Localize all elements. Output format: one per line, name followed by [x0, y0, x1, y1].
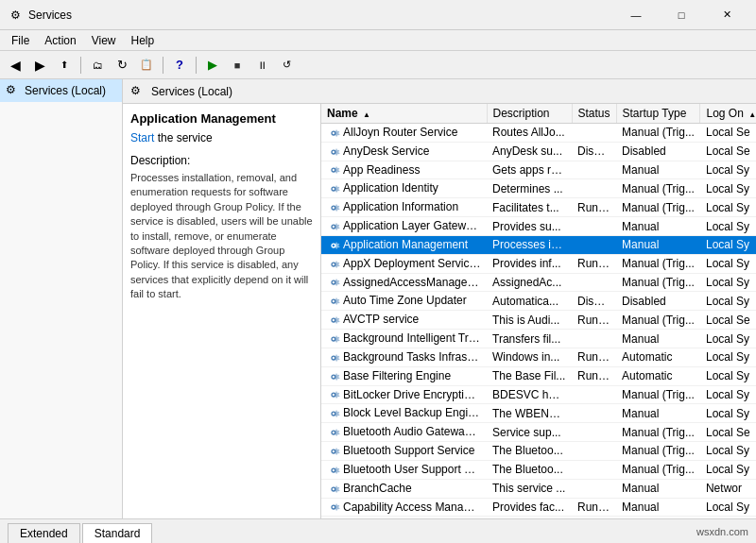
menu-action[interactable]: Action	[37, 32, 83, 49]
table-row[interactable]: Capability Access Manager ...Provides fa…	[321, 498, 756, 517]
table-row[interactable]: Application ManagementProcesses in...Man…	[321, 235, 756, 254]
table-row[interactable]: Background Intelligent Tran...Transfers …	[321, 330, 756, 348]
table-row[interactable]: Bluetooth Audio Gateway S...Service sup.…	[321, 423, 756, 442]
table-row[interactable]: BranchCacheThis service ...ManualNetwor	[321, 479, 756, 498]
cell-logon: Local Sy	[700, 292, 756, 311]
cell-description: Provides inf...	[487, 254, 572, 273]
cell-logon: Local Sy	[700, 404, 756, 423]
cell-service-name: Application Identity	[321, 179, 487, 198]
help-button[interactable]: ?	[168, 55, 191, 76]
col-header-status[interactable]: Status	[572, 104, 616, 124]
menu-bar: File Action View Help	[0, 30, 756, 51]
cell-startup-type: Manual	[616, 479, 700, 498]
bottom-bar: Extended Standard wsxdn.com	[0, 518, 756, 543]
col-header-logon[interactable]: Log On ▲	[700, 104, 756, 124]
maximize-button[interactable]: □	[660, 0, 703, 30]
tab-extended[interactable]: Extended	[8, 523, 80, 543]
cell-service-name: BitLocker Drive Encryption ...	[321, 385, 487, 404]
refresh-button[interactable]: ↻	[111, 55, 133, 76]
cell-startup-type: Manual	[616, 498, 700, 517]
menu-view[interactable]: View	[84, 32, 124, 49]
content-area: ⚙ Services (Local) Application Managemen…	[123, 79, 756, 518]
cell-service-name: Application Layer Gateway ...	[321, 217, 487, 236]
cell-startup-type: Manual (Trig...	[616, 460, 700, 479]
restart-button[interactable]: ↺	[275, 55, 298, 76]
table-row[interactable]: AnyDesk ServiceAnyDesk su...DisabledDisa…	[321, 142, 756, 161]
table-row[interactable]: Bluetooth User Support Ser...The Bluetoo…	[321, 460, 756, 479]
table-row[interactable]: Application Layer Gateway ...Provides su…	[321, 217, 756, 236]
table-row[interactable]: Bluetooth Support ServiceThe Bluetoo...M…	[321, 442, 756, 461]
table-row[interactable]: Application InformationFacilitates t...R…	[321, 198, 756, 217]
close-button[interactable]: ✕	[705, 0, 748, 30]
cell-service-name: BranchCache	[321, 479, 487, 498]
tab-standard[interactable]: Standard	[82, 523, 153, 543]
export-button[interactable]: 📋	[135, 55, 158, 76]
table-row[interactable]: BitLocker Drive Encryption ...BDESVC hos…	[321, 385, 756, 404]
col-header-startup[interactable]: Startup Type	[616, 104, 700, 124]
cell-status: Running	[572, 311, 616, 330]
start-service-link[interactable]: Start	[130, 131, 154, 144]
cell-service-name: Application Management	[321, 235, 487, 254]
cell-logon: Local Sy	[700, 460, 756, 479]
cell-logon: Networ	[700, 479, 756, 498]
stop-button[interactable]: ■	[226, 55, 249, 76]
show-hide-button[interactable]: 🗂	[86, 55, 109, 76]
cell-status: Running	[572, 254, 616, 273]
table-scroll-area[interactable]: Name ▲ Description Status	[321, 104, 756, 518]
cell-status: Running	[572, 348, 616, 366]
col-startup-label: Startup Type	[623, 107, 687, 120]
cell-logon: Local Sy	[700, 385, 756, 404]
sort-arrow-name: ▲	[363, 110, 370, 119]
cell-description: This service ...	[487, 479, 572, 498]
col-header-description[interactable]: Description	[487, 104, 572, 124]
cell-logon: Local Se	[700, 311, 756, 330]
table-row[interactable]: AssignedAccessManager Se...AssignedAc...…	[321, 273, 756, 292]
toolbar-separator-3	[196, 57, 197, 74]
back-button[interactable]: ◀	[4, 55, 26, 76]
table-row[interactable]: Base Filtering EngineThe Base Fil...Runn…	[321, 366, 756, 385]
cell-description: Processes in...	[487, 235, 572, 254]
table-row[interactable]: AVCTP serviceThis is Audi...RunningManua…	[321, 311, 756, 330]
up-button[interactable]: ⬆	[53, 55, 76, 76]
table-row[interactable]: App ReadinessGets apps re...ManualLocal …	[321, 161, 756, 179]
content-header-icon: ⚙	[130, 84, 146, 99]
cell-status: Running	[572, 366, 616, 385]
toolbar: ◀ ▶ ⬆ 🗂 ↻ 📋 ? ▶ ■ ⏸ ↺	[0, 51, 756, 79]
menu-file[interactable]: File	[4, 32, 37, 49]
cell-service-name: Capability Access Manager ...	[321, 498, 487, 517]
cell-logon: Local Se	[700, 142, 756, 161]
nav-item-services-local[interactable]: ⚙ Services (Local)	[0, 79, 122, 102]
col-logon-label: Log On	[706, 107, 743, 120]
table-row[interactable]: AppX Deployment Service (...Provides inf…	[321, 254, 756, 273]
cell-service-name: Bluetooth Support Service	[321, 442, 487, 461]
col-header-name[interactable]: Name ▲	[321, 104, 487, 124]
cell-status	[572, 442, 616, 461]
play-button[interactable]: ▶	[201, 55, 224, 76]
cell-status	[572, 404, 616, 423]
table-row[interactable]: AllJoyn Router ServiceRoutes AllJo...Man…	[321, 124, 756, 143]
col-desc-label: Description	[493, 107, 550, 120]
cell-status: Disabled	[572, 292, 616, 311]
cell-service-name: Base Filtering Engine	[321, 366, 487, 385]
menu-help[interactable]: Help	[124, 32, 163, 49]
table-row[interactable]: Background Tasks Infrastru...Windows in.…	[321, 348, 756, 366]
cell-logon: Local Sy	[700, 442, 756, 461]
toolbar-separator-1	[80, 57, 81, 74]
table-row[interactable]: Auto Time Zone UpdaterAutomatica...Disab…	[321, 292, 756, 311]
toolbar-separator-2	[163, 57, 163, 74]
table-row[interactable]: Application IdentityDetermines ...Manual…	[321, 179, 756, 198]
cell-description: This is Audi...	[487, 311, 572, 330]
cell-startup-type: Automatic	[616, 366, 700, 385]
cell-service-name: AVCTP service	[321, 311, 487, 330]
forward-button[interactable]: ▶	[28, 55, 51, 76]
cell-service-name: AllJoyn Router Service	[321, 124, 487, 143]
minimize-button[interactable]: —	[614, 0, 658, 30]
cell-logon: Local Sy	[700, 366, 756, 385]
cell-startup-type: Automatic	[616, 348, 700, 366]
table-row[interactable]: Block Level Backup Engine ...The WBENG..…	[321, 404, 756, 423]
cell-logon: Local Se	[700, 423, 756, 442]
pause-button[interactable]: ⏸	[250, 55, 273, 76]
cell-description: Facilitates t...	[487, 198, 572, 217]
cell-startup-type: Manual (Trig...	[616, 198, 700, 217]
description-text: Processes installation, removal, and enu…	[130, 171, 313, 302]
